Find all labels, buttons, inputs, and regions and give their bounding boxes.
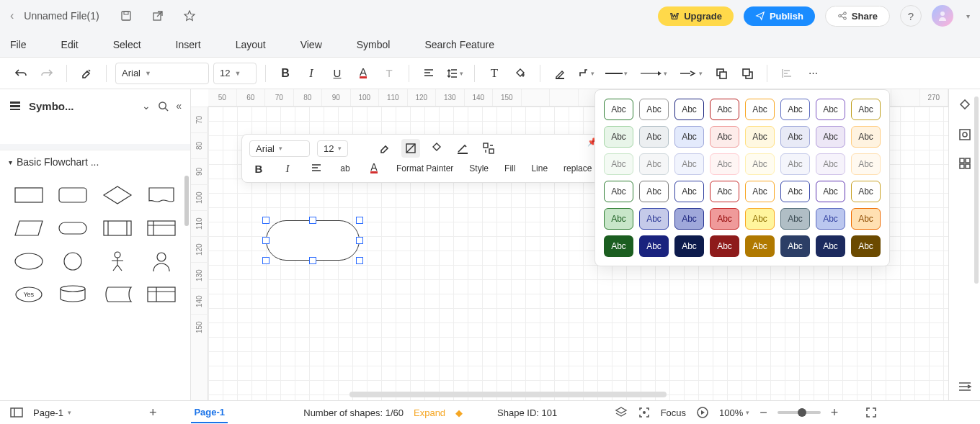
float-line-label[interactable]: Line [528, 162, 551, 175]
style-swatch[interactable]: Abc [639, 99, 669, 120]
style-swatch[interactable]: Abc [851, 126, 881, 148]
arrow-style-button[interactable]: ▾ [636, 63, 672, 84]
style-swatch[interactable]: Abc [851, 235, 881, 257]
style-swatch[interactable]: Abc [780, 126, 810, 148]
float-replace-label[interactable]: replace [561, 162, 594, 175]
shape-predefined[interactable] [97, 214, 138, 243]
style-swatch[interactable]: Abc [816, 153, 845, 175]
format-painter-button[interactable] [76, 63, 97, 84]
line-end-button[interactable]: ▾ [676, 63, 706, 84]
collapse-panel-icon[interactable]: « [176, 100, 182, 112]
float-fill-label[interactable]: Fill [502, 162, 518, 175]
expand-link[interactable]: Expand [414, 407, 445, 418]
style-swatch[interactable]: Abc [745, 181, 775, 202]
save-icon[interactable] [120, 9, 133, 22]
back-button[interactable]: ‹ [10, 9, 14, 22]
resize-handle[interactable] [309, 217, 316, 224]
panel-layout-icon[interactable] [10, 407, 23, 418]
style-swatch[interactable]: Abc [816, 235, 845, 257]
zoom-level[interactable]: 100%▾ [719, 407, 749, 418]
shape-user[interactable] [142, 247, 182, 276]
float-format-painter-label[interactable]: Format Painter [393, 162, 456, 175]
shape-database[interactable] [53, 280, 94, 309]
style-swatch[interactable]: Abc [816, 126, 845, 148]
avatar[interactable] [932, 5, 953, 27]
resize-handle[interactable] [262, 257, 270, 264]
diamond-icon[interactable]: ◆ [455, 407, 463, 418]
shape-card[interactable] [142, 280, 182, 309]
star-icon[interactable] [183, 9, 196, 22]
style-swatch[interactable]: Abc [604, 153, 633, 175]
style-swatch[interactable]: Abc [780, 208, 810, 230]
theme-icon[interactable] [957, 98, 973, 114]
style-swatch[interactable]: Abc [639, 235, 669, 257]
menu-layout[interactable]: Layout [236, 39, 266, 50]
search-icon[interactable] [158, 101, 169, 112]
style-swatch[interactable]: Abc [710, 208, 739, 230]
focus-icon[interactable] [638, 406, 651, 419]
add-page-button[interactable]: + [149, 405, 157, 420]
panel-scrollbar[interactable] [184, 176, 189, 226]
float-replace-icon[interactable] [479, 139, 498, 158]
shape-stored-data[interactable] [97, 280, 138, 309]
connector-button[interactable]: ▾ [575, 63, 597, 84]
shape-ellipse[interactable] [9, 247, 49, 276]
expand-right-panel-icon[interactable] [957, 379, 973, 394]
resize-handle[interactable] [262, 237, 270, 244]
settings-icon[interactable] [957, 127, 973, 143]
style-swatch[interactable]: Abc [745, 235, 775, 257]
zoom-slider[interactable] [778, 411, 821, 414]
underline-button[interactable]: U [326, 63, 348, 84]
style-swatch[interactable]: Abc [710, 181, 739, 202]
float-italic-button[interactable]: I [278, 159, 297, 178]
style-swatch[interactable]: Abc [604, 235, 633, 257]
style-swatch[interactable]: Abc [816, 208, 845, 230]
front-button[interactable] [736, 63, 758, 84]
align-objects-button[interactable] [776, 63, 798, 84]
style-swatch[interactable]: Abc [745, 126, 775, 148]
shape-actor[interactable] [97, 247, 138, 276]
style-swatch[interactable]: Abc [851, 99, 881, 120]
float-font-size-select[interactable]: 12▾ [317, 140, 348, 157]
float-line-icon[interactable] [453, 139, 472, 158]
expand-more-icon[interactable]: ⌄ [142, 100, 151, 112]
style-swatch[interactable]: Abc [710, 235, 739, 257]
behind-button[interactable] [710, 63, 732, 84]
menu-search-feature[interactable]: Search Feature [424, 39, 494, 50]
style-swatch[interactable]: Abc [816, 99, 845, 120]
style-swatch[interactable]: Abc [639, 153, 669, 175]
style-swatch[interactable]: Abc [780, 235, 810, 257]
align-button[interactable] [418, 63, 440, 84]
zoom-out-button[interactable]: − [760, 405, 767, 420]
style-swatch[interactable]: Abc [745, 99, 775, 120]
resize-handle[interactable] [309, 257, 316, 264]
italic-button[interactable]: I [300, 63, 322, 84]
style-swatch[interactable]: Abc [816, 181, 845, 202]
font-select[interactable]: Arial▼ [115, 63, 209, 84]
menu-edit[interactable]: Edit [61, 39, 79, 50]
float-format-painter-icon[interactable] [375, 139, 394, 158]
style-swatch[interactable]: Abc [639, 181, 669, 202]
style-swatch[interactable]: Abc [604, 181, 633, 202]
fill-button[interactable] [509, 63, 531, 84]
section-basic-flowchart[interactable]: ▾Basic Flowchart ... [9, 156, 182, 168]
text-tool-button[interactable]: T [484, 63, 505, 84]
style-swatch[interactable]: Abc [604, 126, 633, 148]
menu-file[interactable]: File [10, 39, 27, 50]
fullscreen-icon[interactable] [865, 407, 877, 418]
line-style-button[interactable]: ▾ [601, 63, 631, 84]
menu-select[interactable]: Select [113, 39, 141, 50]
float-bold-button[interactable]: B [249, 159, 268, 178]
shape-yes-badge[interactable]: Yes [9, 280, 49, 309]
style-swatch[interactable]: Abc [674, 153, 704, 175]
style-swatch[interactable]: Abc [639, 208, 669, 230]
more-button[interactable]: ⋯ [802, 63, 824, 84]
style-swatch[interactable]: Abc [745, 153, 775, 175]
shape-data[interactable] [9, 214, 49, 243]
style-swatch[interactable]: Abc [639, 126, 669, 148]
shape-circle[interactable] [53, 247, 94, 276]
resize-handle[interactable] [356, 217, 363, 224]
style-swatch[interactable]: Abc [674, 181, 704, 202]
avatar-chevron-icon[interactable]: ▾ [966, 12, 970, 20]
canvas-h-scrollbar[interactable] [349, 392, 667, 397]
